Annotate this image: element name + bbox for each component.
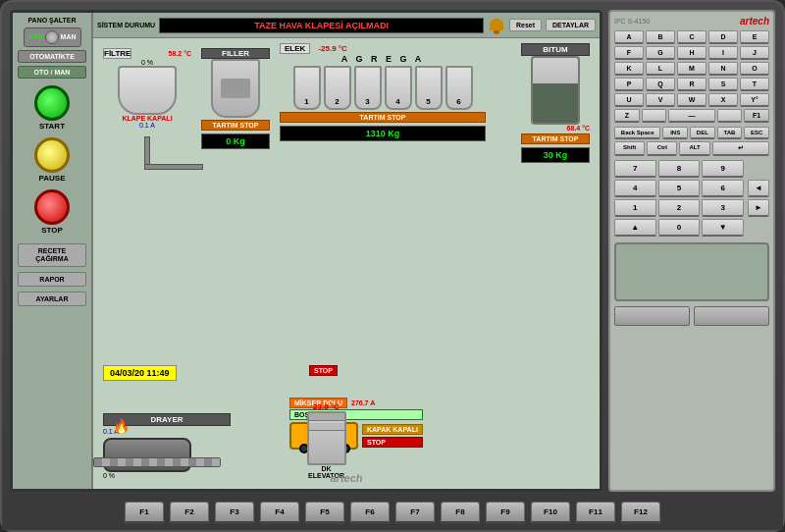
key-w[interactable]: W bbox=[677, 93, 706, 107]
switch-knob[interactable] bbox=[45, 30, 59, 44]
fkey-f11[interactable]: F11 bbox=[576, 502, 615, 524]
key-0[interactable]: 0 bbox=[658, 219, 701, 237]
key-del[interactable]: DEL bbox=[690, 127, 715, 139]
fkey-f3[interactable]: F3 bbox=[215, 502, 254, 524]
keyboard-panel: IPC S-4150 artech A B C D E F G H I J K … bbox=[608, 10, 775, 492]
drayer-percent: 0 % bbox=[103, 472, 231, 479]
key-blank1[interactable] bbox=[642, 109, 667, 123]
key-u[interactable]: U bbox=[614, 93, 644, 107]
agrega-section: ELEK -25.9 °C A G R E G A 1 2 3 4 5 6 bbox=[280, 43, 486, 141]
process-area: SİSTEM DURUMU TAZE HAVA KLAPESİ AÇILMADI… bbox=[93, 13, 600, 489]
key-k[interactable]: K bbox=[614, 62, 644, 76]
touchpad-right-btn[interactable] bbox=[694, 306, 769, 326]
otomatik-btn[interactable]: OTOMATİKTE bbox=[18, 50, 86, 63]
key-g[interactable]: G bbox=[646, 46, 675, 60]
key-a[interactable]: A bbox=[614, 30, 644, 44]
oto-label: OTO bbox=[28, 33, 43, 40]
key-1[interactable]: 1 bbox=[614, 199, 656, 217]
top-bar: SİSTEM DURUMU TAZE HAVA KLAPESİ AÇILMADI… bbox=[93, 13, 600, 38]
key-p[interactable]: P bbox=[614, 78, 644, 91]
key-o[interactable]: O bbox=[740, 62, 769, 76]
pipe-filtre-h bbox=[144, 164, 203, 170]
key-alt[interactable]: ALT bbox=[679, 141, 709, 156]
fkey-f7[interactable]: F7 bbox=[395, 502, 435, 524]
fkey-f8[interactable]: F8 bbox=[441, 502, 480, 524]
key-b[interactable]: B bbox=[646, 30, 675, 44]
key-j[interactable]: J bbox=[740, 46, 769, 60]
key-ctrl[interactable]: Ctrl bbox=[647, 141, 677, 156]
key-up[interactable]: ▲ bbox=[614, 219, 656, 237]
key-9[interactable]: 9 bbox=[702, 160, 744, 178]
key-l[interactable]: L bbox=[646, 62, 675, 76]
reset-button[interactable]: Reset bbox=[509, 19, 542, 31]
key-row-1: A B C D E bbox=[614, 30, 769, 44]
special-row-1: Back Space INS DEL TAB ESC bbox=[614, 127, 769, 139]
process-diagram: FİLTRE 58.2 °C 0 % KLAPE KAPALI 0.1 A bbox=[93, 38, 600, 489]
key-t[interactable]: T bbox=[740, 78, 769, 91]
key-y[interactable]: Y° bbox=[740, 93, 769, 107]
fkey-f10[interactable]: F10 bbox=[531, 502, 570, 524]
key-m[interactable]: M bbox=[677, 62, 706, 76]
elevator-section: 23.9 °C DK ELEVATOR bbox=[299, 402, 353, 479]
key-dash[interactable]: — bbox=[668, 109, 714, 123]
key-backspace[interactable]: Back Space bbox=[614, 127, 660, 139]
touchpad[interactable] bbox=[614, 242, 769, 301]
fkey-f9[interactable]: F9 bbox=[486, 502, 525, 524]
key-s[interactable]: S bbox=[708, 78, 738, 91]
agrega-weight: 1310 Kg bbox=[280, 126, 486, 141]
key-7[interactable]: 7 bbox=[614, 160, 656, 178]
fkey-f5[interactable]: F5 bbox=[305, 502, 344, 524]
fkey-f12[interactable]: F12 bbox=[621, 502, 660, 524]
fkey-f2[interactable]: F2 bbox=[170, 502, 209, 524]
key-f[interactable]: F bbox=[614, 46, 644, 60]
key-h[interactable]: H bbox=[677, 46, 706, 60]
key-z[interactable]: Z bbox=[614, 109, 640, 123]
key-shift[interactable]: Shift bbox=[614, 141, 645, 156]
oto-man-switch[interactable]: OTO MAN bbox=[24, 27, 81, 47]
key-c[interactable]: C bbox=[677, 30, 706, 44]
key-2[interactable]: 2 bbox=[658, 199, 701, 217]
touchpad-left-btn[interactable] bbox=[614, 306, 690, 326]
key-4[interactable]: 4 bbox=[614, 180, 656, 197]
pause-button[interactable] bbox=[34, 137, 70, 173]
key-r[interactable]: R bbox=[677, 78, 706, 91]
key-down[interactable]: ▼ bbox=[702, 219, 744, 237]
oto-man-btn[interactable]: OTO / MAN bbox=[18, 66, 86, 79]
fkey-f1[interactable]: F1 bbox=[125, 502, 164, 524]
key-right[interactable]: ► bbox=[748, 199, 769, 217]
key-3[interactable]: 3 bbox=[702, 199, 744, 217]
klape-label: KLAPE KAPALI bbox=[103, 115, 191, 122]
recete-button[interactable]: RECETE ÇAĞIRMA bbox=[18, 243, 86, 268]
detaylar-button[interactable]: DETAYLAR bbox=[546, 19, 596, 31]
key-blank2[interactable] bbox=[717, 109, 743, 123]
fkey-f4[interactable]: F4 bbox=[260, 502, 299, 524]
key-v[interactable]: V bbox=[646, 93, 675, 107]
start-label: START bbox=[39, 122, 65, 131]
drayer-section: DRAYER 0.1 A 🔥 0 % bbox=[103, 413, 231, 479]
key-6[interactable]: 6 bbox=[702, 180, 744, 197]
key-ins[interactable]: INS bbox=[662, 127, 688, 139]
key-e[interactable]: E bbox=[740, 30, 769, 44]
key-f1-alpha[interactable]: F1 bbox=[744, 109, 769, 123]
key-8[interactable]: 8 bbox=[658, 160, 701, 178]
key-tab[interactable]: TAB bbox=[717, 127, 743, 139]
key-esc[interactable]: ESC bbox=[744, 127, 769, 139]
filtre-body bbox=[118, 66, 177, 115]
key-enter[interactable]: ↵ bbox=[712, 141, 769, 156]
mikser-temp: 276.7 A bbox=[351, 399, 375, 406]
rapor-button[interactable]: RAPOR bbox=[18, 272, 86, 287]
fkey-f6[interactable]: F6 bbox=[350, 502, 390, 524]
key-5[interactable]: 5 bbox=[658, 180, 701, 197]
agrega-label: A G R E G A bbox=[280, 54, 486, 64]
artech-screen-brand: artech bbox=[330, 472, 362, 484]
key-d[interactable]: D bbox=[708, 30, 738, 44]
screen-brand: artech bbox=[330, 471, 362, 485]
key-x[interactable]: X bbox=[708, 93, 738, 107]
key-n[interactable]: N bbox=[708, 62, 738, 76]
key-left[interactable]: ◄ bbox=[748, 180, 769, 197]
stop-button[interactable] bbox=[34, 189, 70, 225]
key-i[interactable]: I bbox=[708, 46, 738, 60]
ayarlar-button[interactable]: AYARLAR bbox=[18, 292, 86, 306]
start-button[interactable] bbox=[34, 85, 70, 121]
key-q[interactable]: Q bbox=[646, 78, 675, 91]
